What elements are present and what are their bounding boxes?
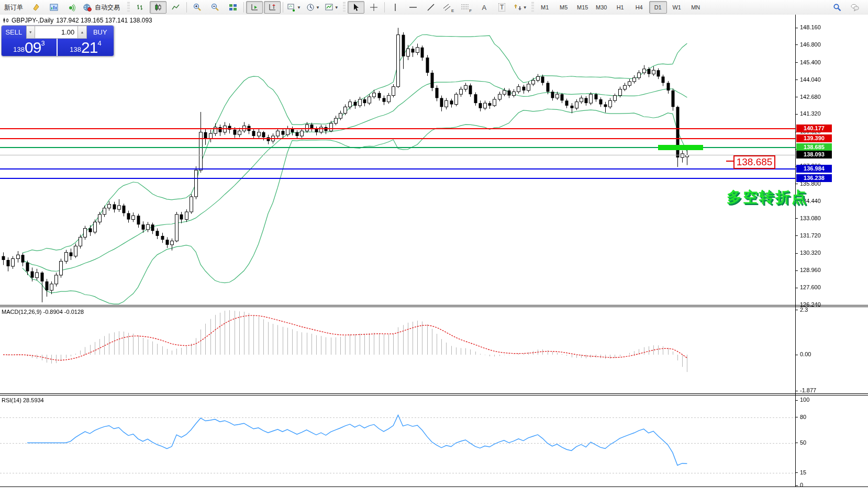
fibonacci-tool-button[interactable]: F	[458, 1, 475, 14]
text-tool-button[interactable]: A	[476, 1, 493, 14]
timeframe-h1-button[interactable]: H1	[611, 1, 629, 14]
level-line-138.093[interactable]	[0, 155, 795, 155]
price-tick-mark	[795, 97, 798, 97]
rsi-tick-mark	[795, 485, 798, 486]
channel-glyph: E	[451, 8, 454, 13]
level-line-140.177[interactable]	[0, 128, 795, 129]
new-chart-button[interactable]: ▼	[285, 1, 303, 14]
level-line-136.984[interactable]	[0, 168, 795, 169]
timeframe-h4-button[interactable]: H4	[630, 1, 648, 14]
tile-windows-button[interactable]	[225, 1, 241, 14]
price-axis-tag: 139.390	[796, 134, 832, 142]
new-chart-icon	[287, 3, 296, 12]
pane-splitter[interactable]	[0, 305, 868, 305]
sell-button[interactable]: SELL	[2, 26, 26, 39]
dropdown-arrow-icon: ▼	[335, 5, 339, 10]
periods-button[interactable]: ▼	[304, 1, 322, 14]
chat-button[interactable]	[847, 1, 863, 14]
sell-price-button[interactable]: 138093	[2, 39, 58, 56]
fibonacci-icon	[461, 3, 469, 12]
price-tick-label: 146.800	[800, 41, 821, 48]
macd-canvas[interactable]	[0, 307, 795, 393]
text-tool-glyph: A	[482, 4, 486, 12]
toolbar-drag-handle[interactable]	[531, 2, 534, 13]
price-callout-label[interactable]: 138.685	[733, 155, 775, 169]
market-watch-button[interactable]	[46, 1, 62, 14]
autotrading-label: 自动交易	[92, 3, 123, 12]
price-tick-mark	[795, 184, 798, 184]
sell-price-prefix: 138	[13, 44, 25, 55]
price-axis-tag: 138.685	[796, 143, 832, 151]
candle-chart-mode-button[interactable]	[150, 1, 166, 14]
highlight-zone[interactable]	[658, 145, 703, 150]
cursor-icon	[352, 3, 360, 12]
timeframe-m5-button[interactable]: M5	[555, 1, 573, 14]
text-label-tool-button[interactable]: T	[494, 1, 510, 14]
new-order-button[interactable]: 新订单	[1, 1, 27, 14]
price-tick-mark	[795, 28, 798, 28]
price-tick-mark	[795, 253, 798, 254]
date-axis-border	[0, 486, 868, 487]
pane-splitter[interactable]	[0, 393, 868, 394]
price-tick-label: 144.040	[800, 76, 821, 83]
timeframe-m1-button[interactable]: M1	[536, 1, 554, 14]
vertical-line-tool-button[interactable]	[387, 1, 404, 14]
autotrading-button[interactable]: 自动交易	[81, 1, 125, 14]
buy-price-button[interactable]: 138214	[58, 39, 114, 56]
arrows-icon	[514, 3, 522, 12]
price-tick-mark	[795, 305, 798, 305]
line-chart-icon	[172, 3, 180, 12]
toolbar-drag-handle[interactable]	[127, 2, 130, 13]
rsi-tick-mark	[795, 443, 798, 443]
buy-price-prefix: 138	[70, 44, 81, 55]
rsi-tick-label: 15	[800, 469, 806, 476]
price-tick-label: 148.160	[800, 24, 821, 30]
volume-increase-button[interactable]: ▲	[77, 26, 86, 39]
price-axis-tag: 136.238	[796, 174, 832, 182]
timeframe-m30-button[interactable]: M30	[593, 1, 610, 14]
crosshair-tool-button[interactable]	[365, 1, 382, 14]
mt4-terminal: 新订单 自动交易 ▼ ▼ ▼ E F A T ▼ M	[0, 0, 868, 498]
rsi-canvas[interactable]	[0, 395, 795, 486]
pane-splitter[interactable]	[0, 395, 868, 395]
timeframe-d1-button[interactable]: D1	[649, 1, 667, 14]
horizontal-line-tool-button[interactable]	[405, 1, 421, 14]
volume-decrease-button[interactable]: ▼	[26, 26, 35, 39]
styler-icon[interactable]	[28, 1, 44, 14]
search-button[interactable]	[829, 1, 845, 14]
price-tick-mark	[795, 235, 798, 236]
toolbar-drag-handle[interactable]	[343, 2, 346, 13]
level-line-139.390[interactable]	[0, 138, 795, 139]
zoom-in-button[interactable]	[189, 1, 206, 14]
trendline-tool-button[interactable]	[422, 1, 439, 14]
templates-button[interactable]: ▼	[323, 1, 341, 14]
volume-input[interactable]: 1.00	[35, 26, 77, 39]
signals-button[interactable]	[63, 1, 80, 14]
timeframe-m15-button[interactable]: M15	[574, 1, 592, 14]
line-chart-mode-button[interactable]	[168, 1, 184, 14]
price-tick-label: 131.720	[800, 232, 821, 239]
channel-tool-button[interactable]: E	[440, 1, 457, 14]
pane-splitter[interactable]	[0, 307, 868, 307]
vertical-line-icon	[391, 3, 399, 12]
dropdown-arrow-icon: ▼	[523, 5, 527, 10]
cn-annotation[interactable]: 多空转折点	[727, 187, 808, 207]
auto-scroll-button[interactable]	[246, 1, 263, 14]
cursor-tool-button[interactable]	[348, 1, 364, 14]
price-tick-label: 142.680	[800, 94, 821, 100]
timeframe-w1-button[interactable]: W1	[668, 1, 686, 14]
timeframe-mn-button[interactable]: MN	[687, 1, 705, 14]
bar-chart-icon	[136, 3, 144, 12]
buy-button[interactable]: BUY	[87, 26, 114, 39]
arrows-tool-button[interactable]: ▼	[511, 1, 529, 14]
level-line-136.238[interactable]	[0, 178, 795, 179]
price-tick-mark	[795, 62, 798, 63]
yellow-tag-icon	[32, 3, 40, 12]
chart-shift-button[interactable]	[264, 1, 281, 14]
ohlc-readout: 137.942 139.165 137.141 138.093	[56, 17, 152, 24]
price-axis-tag: 140.177	[796, 124, 832, 132]
zoom-out-button[interactable]	[207, 1, 224, 14]
macd-tick-label: 2.3	[800, 307, 808, 313]
main-chart-canvas[interactable]	[0, 15, 795, 307]
bar-chart-mode-button[interactable]	[132, 1, 149, 14]
